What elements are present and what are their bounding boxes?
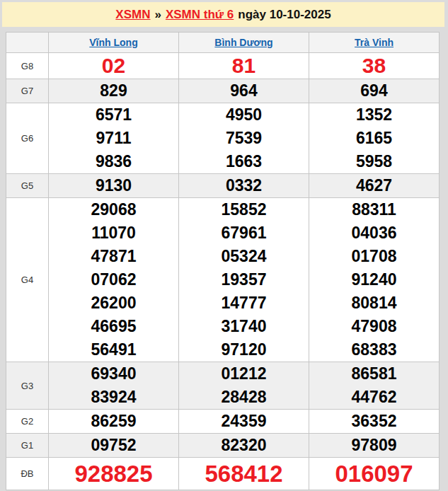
prize-cell-g1-col2: 97809	[309, 434, 440, 458]
prize-label-g3: G3	[6, 362, 49, 410]
prize-cell-g5-col1: 0332	[179, 174, 309, 198]
prize-number: 15852	[179, 198, 309, 221]
xsmn-day-link[interactable]: XSMN thứ 6	[166, 8, 234, 22]
prize-number: 88311	[309, 198, 439, 221]
prize-number: 91240	[309, 268, 439, 291]
title-date: ngày 10-10-2025	[238, 8, 331, 22]
column-header-binh-duong: Bình Dương	[179, 33, 309, 53]
province-link-vinh-long[interactable]: Vĩnh Long	[89, 37, 137, 48]
prize-number: 4950	[179, 103, 309, 127]
prize-number: 11070	[49, 221, 178, 245]
prize-number: 80814	[309, 291, 439, 315]
prize-cell-g1-col1: 82320	[179, 434, 309, 458]
prize-cell-g8-col0: 02	[49, 53, 179, 79]
column-header-vinh-long: Vĩnh Long	[49, 33, 179, 53]
title-band: XSMN » XSMN thứ 6 ngày 10-10-2025	[2, 2, 444, 27]
prize-cell-g2-col0: 86259	[49, 410, 179, 434]
prize-number: 97120	[179, 338, 309, 362]
prize-number: 24359	[179, 410, 309, 433]
prize-number: 82320	[179, 434, 309, 457]
prize-number: 29068	[49, 198, 178, 221]
prize-label-g2: G2	[6, 410, 49, 434]
prize-number: 38	[309, 53, 439, 79]
province-link-binh-duong[interactable]: Bình Dương	[214, 37, 272, 48]
prize-row-g2: G2862592435936352	[6, 410, 440, 434]
prize-label-db: ĐB	[6, 458, 49, 490]
prize-cell-g1-col0: 09752	[49, 434, 179, 458]
prize-cell-g8-col1: 81	[179, 53, 309, 79]
prize-number: 14777	[179, 291, 309, 315]
prize-number: 7539	[179, 127, 309, 150]
prize-cell-g3-col1: 0121228428	[179, 362, 309, 410]
prize-number: 19357	[179, 268, 309, 291]
prize-number: 1352	[309, 103, 439, 127]
prize-number: 04036	[309, 221, 439, 245]
prize-number: 928825	[49, 458, 178, 490]
prize-row-g6: G6657197119836495075391663135261655958	[6, 103, 440, 174]
prize-cell-g3-col2: 8658144762	[309, 362, 440, 410]
prize-cell-g2-col2: 36352	[309, 410, 440, 434]
prize-cell-g7-col2: 694	[309, 79, 440, 103]
column-header-tra-vinh: Trà Vinh	[309, 33, 440, 53]
prize-row-db: ĐB928825568412016097	[6, 458, 440, 490]
prize-row-g7: G7829964694	[6, 79, 440, 103]
prize-row-g8: G8028138	[6, 53, 440, 79]
prize-label-g7: G7	[6, 79, 49, 103]
prize-number: 67961	[179, 221, 309, 245]
prize-label-g6: G6	[6, 103, 49, 174]
prize-cell-g7-col0: 829	[49, 79, 179, 103]
prize-cell-g4-col2: 88311040360170891240808144790868383	[309, 198, 440, 362]
prize-row-g1: G1097528232097809	[6, 434, 440, 458]
prize-label-g8: G8	[6, 53, 49, 79]
prize-cell-db-col0: 928825	[49, 458, 179, 490]
prize-cell-g8-col2: 38	[309, 53, 440, 79]
prize-row-g4: G429068110704787107062262004669556491158…	[6, 198, 440, 362]
prize-number: 0332	[179, 174, 309, 197]
column-header-row: Vĩnh Long Bình Dương Trà Vinh	[6, 33, 440, 53]
prize-number: 68383	[309, 338, 439, 362]
prize-row-g5: G5913003324627	[6, 174, 440, 198]
prize-number: 86581	[309, 362, 439, 386]
prize-label-g5: G5	[6, 174, 49, 198]
prize-cell-g5-col2: 4627	[309, 174, 440, 198]
prize-number: 69340	[49, 362, 178, 386]
prize-number: 09752	[49, 434, 178, 457]
prize-number: 86259	[49, 410, 178, 433]
prize-number: 07062	[49, 268, 178, 291]
prize-number: 47871	[49, 245, 178, 268]
prize-number: 31740	[179, 315, 309, 338]
prize-number: 01708	[309, 245, 439, 268]
prize-number: 97809	[309, 434, 439, 457]
prize-cell-g6-col1: 495075391663	[179, 103, 309, 174]
prize-cell-g7-col1: 964	[179, 79, 309, 103]
prize-row-g3: G3693408392401212284288658144762	[6, 362, 440, 410]
prize-label-g1: G1	[6, 434, 49, 458]
prize-number: 1663	[179, 150, 309, 173]
prize-cell-g5-col0: 9130	[49, 174, 179, 198]
prize-number: 964	[179, 79, 309, 103]
prize-cell-g3-col0: 6934083924	[49, 362, 179, 410]
prize-number: 28428	[179, 386, 309, 409]
prize-number: 6165	[309, 127, 439, 150]
prize-number: 4627	[309, 174, 439, 197]
prize-number: 81	[179, 53, 309, 79]
prize-number: 47908	[309, 315, 439, 338]
prize-cell-db-col2: 016097	[309, 458, 440, 490]
prize-number: 694	[309, 79, 439, 103]
prize-number: 36352	[309, 410, 439, 433]
xsmn-link[interactable]: XSMN	[115, 8, 150, 22]
province-link-tra-vinh[interactable]: Trà Vinh	[355, 37, 394, 48]
prize-number: 6571	[49, 103, 178, 127]
prize-label-g4: G4	[6, 198, 49, 362]
results-table: Vĩnh Long Bình Dương Trà Vinh G8028138G7…	[6, 32, 440, 490]
prize-cell-g4-col1: 15852679610532419357147773174097120	[179, 198, 309, 362]
prize-number: 46695	[49, 315, 178, 338]
prize-number: 9836	[49, 150, 178, 173]
prize-cell-g4-col0: 29068110704787107062262004669556491	[49, 198, 179, 362]
prize-number: 016097	[309, 458, 439, 490]
prize-cell-g6-col2: 135261655958	[309, 103, 440, 174]
prize-number: 02	[49, 53, 178, 79]
prize-number: 5958	[309, 150, 439, 173]
results-tbody: G8028138G7829964694G66571971198364950753…	[6, 53, 440, 490]
prize-number: 829	[49, 79, 178, 103]
